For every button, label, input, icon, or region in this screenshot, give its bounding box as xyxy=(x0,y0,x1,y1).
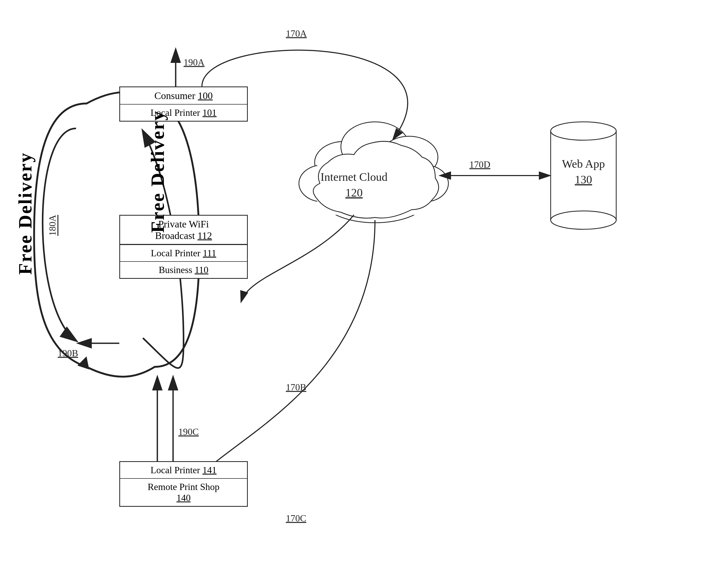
remote-shop-label: Remote Print Shop140 xyxy=(120,478,247,506)
webapp-label-text: Web App xyxy=(562,158,605,170)
consumer-box: Consumer 100 Local Printer 101 xyxy=(119,86,248,122)
consumer-printer-id: 101 xyxy=(202,107,217,118)
label-170D: 170D xyxy=(470,159,490,170)
wifi-broadcast-label: Private WiFiBroadcast 112 xyxy=(120,216,247,245)
cloud-label-text: Internet Cloud xyxy=(320,171,387,184)
oval-left xyxy=(34,104,86,367)
wifi-id: 112 xyxy=(197,230,212,241)
remote-shop-id: 140 xyxy=(177,492,191,503)
business-label: Business 110 xyxy=(120,261,247,278)
label-170C: 170C xyxy=(286,513,306,524)
oval-bottom xyxy=(86,367,155,377)
business-printer-label: Local Printer 111 xyxy=(120,245,247,261)
consumer-label: Consumer 100 xyxy=(120,87,247,104)
svg-point-13 xyxy=(551,211,616,229)
consumer-printer-label: Local Printer 101 xyxy=(120,104,247,121)
business-id: 110 xyxy=(195,265,208,275)
label-180A: 180A xyxy=(47,215,58,236)
consumer-id: 100 xyxy=(198,90,213,101)
webapp-id-text: 130 xyxy=(575,173,592,186)
cloud-id-text: 120 xyxy=(345,186,363,199)
remote-printer-id: 141 xyxy=(202,465,217,475)
remote-shop-box: Local Printer 141 Remote Print Shop140 xyxy=(119,461,248,507)
svg-point-12 xyxy=(551,122,616,140)
label-190A: 190A xyxy=(183,57,204,68)
business-box: Private WiFiBroadcast 112 Local Printer … xyxy=(119,215,248,279)
label-170B: 170B xyxy=(286,382,306,393)
remote-printer-label: Local Printer 141 xyxy=(120,462,247,478)
label-190C: 190C xyxy=(178,426,199,437)
business-printer-id: 111 xyxy=(203,248,216,258)
free-delivery-right-label: Free Delivery xyxy=(147,110,168,233)
arrow-170B xyxy=(241,215,354,301)
free-delivery-left-label: Free Delivery xyxy=(15,152,36,275)
label-190B: 190B xyxy=(58,348,78,358)
label-170A: 170A xyxy=(286,28,307,39)
